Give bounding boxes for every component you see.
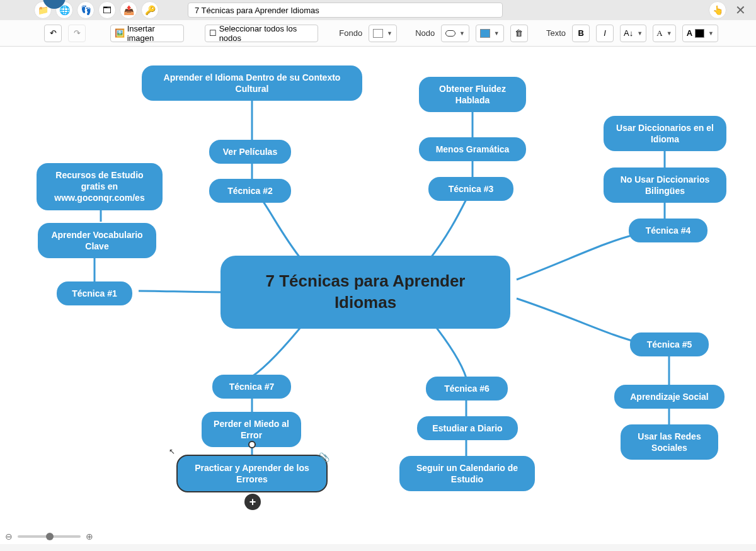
image-icon: 🖼️: [115, 28, 125, 38]
insert-image-button[interactable]: 🖼️ Insertar imagen: [110, 25, 184, 42]
node-t2-c1[interactable]: Ver Películas: [209, 140, 291, 164]
chevron-down-icon: ▼: [667, 30, 672, 37]
key-button[interactable]: 🔑: [141, 1, 159, 19]
node-tecnica-5[interactable]: Técnica #5: [630, 332, 709, 356]
font-size-button[interactable]: A↓ ▼: [620, 25, 646, 42]
node-t3-c1[interactable]: Menos Gramática: [419, 137, 526, 161]
chevron-down-icon: ▼: [708, 30, 714, 37]
mindmap-canvas[interactable]: 7 Técnicas para Aprender Idiomas Técnica…: [0, 47, 756, 544]
zoom-out-button[interactable]: ⊖: [5, 531, 13, 542]
chevron-down-icon: ▼: [387, 30, 392, 37]
node-tecnica-6[interactable]: Técnica #6: [426, 377, 508, 400]
node-shape-picker[interactable]: ▼: [441, 25, 469, 42]
export-button[interactable]: 📤: [120, 1, 137, 19]
center-node[interactable]: 7 Técnicas para Aprender Idiomas: [220, 256, 510, 329]
redo-button: ↷: [68, 25, 86, 42]
node-t4-c2[interactable]: Usar Diccionarios en el Idioma: [604, 116, 726, 151]
add-child-button[interactable]: +: [244, 494, 261, 510]
top-handle[interactable]: [248, 441, 256, 448]
delete-node-button[interactable]: 🗑: [510, 25, 528, 42]
chevron-down-icon: ▼: [459, 30, 465, 37]
node-tecnica-1[interactable]: Técnica #1: [57, 281, 132, 305]
shape-icon: [445, 30, 455, 37]
select-all-button[interactable]: ☐ Seleccionar todos los nodos: [205, 25, 319, 42]
node-t2-c2[interactable]: Aprender el Idioma Dentro de su Contexto…: [142, 65, 362, 101]
close-button[interactable]: ✕: [730, 3, 751, 18]
fondo-label: Fondo: [339, 28, 362, 38]
white-swatch: [373, 29, 383, 38]
node-tecnica-2[interactable]: Técnica #2: [209, 179, 291, 203]
undo-button[interactable]: ↶: [44, 25, 62, 42]
chevron-down-icon: ▼: [637, 30, 643, 37]
chevron-down-icon: ▼: [494, 30, 500, 37]
node-t6-c1[interactable]: Estudiar a Diario: [417, 416, 518, 440]
node-t4-c1[interactable]: No Usar Diccionarios Bilingües: [604, 168, 726, 203]
title-input[interactable]: [188, 3, 503, 18]
node-t6-c2[interactable]: Seguir un Calendario de Estudio: [399, 456, 535, 491]
node-tecnica-4[interactable]: Técnica #4: [629, 219, 707, 242]
hand-button[interactable]: 👆: [709, 1, 726, 19]
node-t1-c1[interactable]: Aprender Vocabulario Clave: [38, 223, 156, 258]
select-all-label: Seleccionar todos los nodos: [219, 24, 314, 43]
blue-swatch: [480, 29, 490, 38]
font-color-button[interactable]: A ▼: [682, 25, 718, 42]
black-swatch: [695, 29, 704, 38]
bg-color-picker[interactable]: ▼: [369, 25, 397, 42]
texto-label: Texto: [546, 28, 566, 38]
italic-button[interactable]: I: [596, 25, 614, 42]
node-tecnica-7[interactable]: Técnica #7: [212, 375, 291, 399]
footprint-button[interactable]: 👣: [77, 1, 94, 19]
zoom-controls: ⊖ ⊕: [5, 531, 93, 542]
node-t3-c2[interactable]: Obtener Fluidez Hablada: [419, 77, 526, 112]
node-t1-c2[interactable]: Recursos de Estudio gratis en www.goconq…: [37, 163, 163, 210]
node-t5-c1[interactable]: Aprendizaje Social: [614, 385, 724, 409]
node-tecnica-3[interactable]: Técnica #3: [428, 177, 513, 201]
zoom-in-button[interactable]: ⊕: [86, 531, 93, 542]
node-color-picker[interactable]: ▼: [476, 25, 504, 42]
bold-button[interactable]: B: [572, 25, 590, 42]
window-button[interactable]: 🗔: [98, 1, 116, 19]
zoom-slider[interactable]: [18, 535, 81, 538]
top-toolbar: 📁 🌐 👣 🗔 📤 🔑 👆 ✕: [0, 0, 756, 20]
paperclip-icon[interactable]: 📎: [319, 452, 329, 462]
resize-handle-nw[interactable]: ↖: [169, 447, 175, 456]
zoom-slider-thumb[interactable]: [46, 533, 54, 540]
insert-image-label: Insertar imagen: [127, 24, 180, 43]
node-t5-c2[interactable]: Usar las Redes Sociales: [621, 424, 718, 460]
checkbox-icon: ☐: [209, 28, 217, 38]
font-family-button[interactable]: A ▼: [653, 25, 676, 42]
editor-toolbar: ↶ ↷ 🖼️ Insertar imagen ☐ Seleccionar tod…: [0, 20, 756, 47]
nodo-label: Nodo: [415, 28, 435, 38]
node-t7-c2-selected[interactable]: Practicar y Aprender de los Errores: [176, 455, 328, 492]
